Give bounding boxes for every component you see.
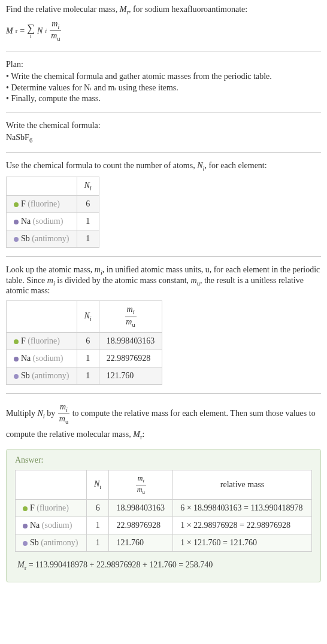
element-dot-icon bbox=[23, 541, 28, 546]
eq-frac-den: mu bbox=[49, 31, 62, 42]
final-formula: Mr = 113.990418978 + 22.98976928 + 121.7… bbox=[15, 558, 312, 573]
n-cell: 1 bbox=[77, 367, 99, 384]
n-cell: 1 bbox=[86, 534, 109, 552]
lookup-text: Look up the atomic mass, mi, in unified … bbox=[6, 265, 321, 296]
eq-n-sub: i bbox=[45, 28, 47, 34]
chem-formula: NaSbF6 bbox=[6, 133, 321, 144]
table-row: Na (sodium) 1 bbox=[7, 212, 99, 230]
table-header-relmass: relative mass bbox=[173, 470, 312, 500]
element-dot-icon bbox=[14, 202, 19, 207]
table-header-ni: Ni bbox=[77, 177, 99, 195]
intro-section: Find the relative molecular mass, Mr, fo… bbox=[6, 5, 321, 42]
element-cell: Na (sodium) bbox=[7, 212, 77, 230]
n-cell: 1 bbox=[77, 212, 99, 230]
count-table: Ni F (fluorine) 6 Na (sodium) 1 Sb (anti… bbox=[6, 177, 99, 248]
eq-equals: = bbox=[20, 26, 25, 36]
eq-mr: M bbox=[6, 26, 13, 36]
element-cell: F (fluorine) bbox=[16, 500, 87, 517]
mass-cell: 18.998403163 bbox=[99, 332, 162, 350]
table-header-frac: mi mu bbox=[99, 301, 162, 333]
eq-frac: mi mu bbox=[49, 19, 62, 43]
relmass-cell: 1 × 121.760 = 121.760 bbox=[173, 534, 312, 552]
lookup-table: Ni mi mu F (fluorine) 6 18.998403163 Na … bbox=[6, 300, 162, 385]
divider bbox=[6, 51, 321, 51]
table-header-empty bbox=[7, 301, 77, 333]
table-row: Sb (antimony) 1 121.760 1 × 121.760 = 12… bbox=[16, 534, 312, 552]
intro-mr: M bbox=[120, 5, 127, 14]
table-header-frac: mi mu bbox=[109, 470, 173, 500]
divider bbox=[6, 112, 321, 113]
element-dot-icon bbox=[23, 506, 28, 511]
sigma-symbol: ∑ bbox=[27, 23, 35, 33]
answer-table: Ni mi mu relative mass F (fluorine) 6 18… bbox=[15, 470, 312, 552]
relmass-cell: 1 × 22.98976928 = 22.98976928 bbox=[173, 517, 312, 534]
mass-cell: 121.760 bbox=[99, 367, 162, 384]
divider bbox=[6, 152, 321, 153]
element-dot-icon bbox=[14, 357, 19, 362]
table-row: F (fluorine) 6 bbox=[7, 195, 99, 212]
chem-sub: 6 bbox=[29, 137, 32, 144]
divider bbox=[6, 393, 321, 394]
multiply-section: Multiply Ni by mi mu to compute the rela… bbox=[6, 402, 321, 582]
element-cell: Na (sodium) bbox=[7, 350, 77, 367]
plan-item: • Finally, compute the mass. bbox=[6, 94, 321, 104]
n-cell: 1 bbox=[77, 230, 99, 247]
table-row: Sb (antimony) 1 bbox=[7, 230, 99, 247]
plan-section: Plan: • Write the chemical formula and g… bbox=[6, 60, 321, 104]
mass-cell: 121.760 bbox=[109, 534, 173, 552]
table-header-empty bbox=[7, 177, 77, 195]
divider bbox=[6, 256, 321, 257]
mass-cell: 22.98976928 bbox=[109, 517, 173, 534]
multiply-text: Multiply Ni by mi mu to compute the rela… bbox=[6, 402, 321, 443]
chem-title: Write the chemical formula: bbox=[6, 121, 321, 130]
n-cell: 6 bbox=[77, 332, 99, 350]
eq-frac-num: mi bbox=[50, 19, 61, 31]
n-cell: 1 bbox=[77, 350, 99, 367]
table-header-row: Ni mi mu bbox=[7, 301, 162, 333]
count-title: Use the chemical formula to count the nu… bbox=[6, 161, 321, 172]
sigma-sub: i bbox=[30, 33, 32, 38]
element-cell: Sb (antimony) bbox=[16, 534, 87, 552]
table-header-ni: Ni bbox=[86, 470, 109, 500]
eq-mr-sub: r bbox=[16, 28, 18, 34]
mass-cell: 18.998403163 bbox=[109, 500, 173, 517]
element-dot-icon bbox=[14, 374, 19, 379]
table-row: Na (sodium) 1 22.98976928 bbox=[7, 350, 162, 367]
table-row: Na (sodium) 1 22.98976928 1 × 22.9897692… bbox=[16, 517, 312, 534]
element-dot-icon bbox=[23, 524, 28, 528]
eq-n: N bbox=[37, 26, 43, 36]
intro-line1: Find the relative molecular mass, bbox=[6, 5, 120, 14]
table-header-ni: Ni bbox=[77, 301, 99, 333]
intro-text: Find the relative molecular mass, Mr, fo… bbox=[6, 5, 321, 16]
element-dot-icon bbox=[14, 237, 19, 242]
table-row: Sb (antimony) 1 121.760 bbox=[7, 367, 162, 384]
sigma-icon: ∑ i bbox=[27, 23, 35, 38]
chem-section: Write the chemical formula: NaSbF6 bbox=[6, 121, 321, 144]
answer-title: Answer: bbox=[15, 455, 312, 465]
n-cell: 6 bbox=[77, 195, 99, 212]
element-dot-icon bbox=[14, 339, 19, 344]
table-row: F (fluorine) 6 18.998403163 6 × 18.99840… bbox=[16, 500, 312, 517]
plan-item: • Write the chemical formula and gather … bbox=[6, 72, 321, 81]
n-cell: 6 bbox=[86, 500, 109, 517]
element-cell: Na (sodium) bbox=[16, 517, 87, 534]
intro-line1-end: , for sodium hexafluoroantimonate: bbox=[129, 5, 247, 14]
element-dot-icon bbox=[14, 220, 19, 224]
count-section: Use the chemical formula to count the nu… bbox=[6, 161, 321, 248]
element-cell: F (fluorine) bbox=[7, 195, 77, 212]
table-header-row: Ni mi mu relative mass bbox=[16, 470, 312, 500]
relmass-cell: 6 × 18.998403163 = 113.990418978 bbox=[173, 500, 312, 517]
intro-formula: Mr = ∑ i Ni mi mu bbox=[6, 19, 321, 43]
plan-list: • Write the chemical formula and gather … bbox=[6, 72, 321, 104]
table-row: F (fluorine) 6 18.998403163 bbox=[7, 332, 162, 350]
table-header-empty bbox=[16, 470, 87, 500]
element-cell: Sb (antimony) bbox=[7, 230, 77, 247]
element-cell: F (fluorine) bbox=[7, 332, 77, 350]
table-header-row: Ni bbox=[7, 177, 99, 195]
plan-item: • Determine values for Nᵢ and mᵢ using t… bbox=[6, 83, 321, 93]
answer-box: Answer: Ni mi mu relative mass F (fluori… bbox=[6, 449, 321, 582]
element-cell: Sb (antimony) bbox=[7, 367, 77, 384]
multiply-frac: mi mu bbox=[57, 402, 70, 426]
lookup-section: Look up the atomic mass, mi, in unified … bbox=[6, 265, 321, 385]
plan-title: Plan: bbox=[6, 60, 321, 69]
